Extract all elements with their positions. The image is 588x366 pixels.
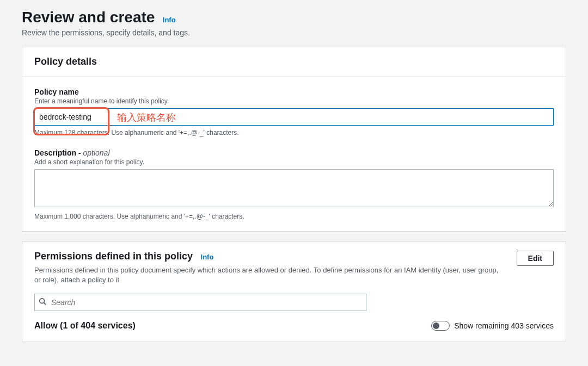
description-textarea[interactable] <box>34 169 554 207</box>
policy-name-constraint: Maximum 128 characters. Use alphanumeric… <box>34 129 554 137</box>
permissions-panel: Permissions defined in this policy Info … <box>22 241 566 342</box>
permissions-header: Permissions defined in this policy Info … <box>22 242 566 290</box>
description-field: Description - optional Add a short expla… <box>34 148 554 220</box>
page-header: Review and create Info Review the permis… <box>22 9 566 37</box>
policy-details-panel: Policy details Policy name Enter a meani… <box>22 47 566 232</box>
policy-name-field: Policy name Enter a meaningful name to i… <box>34 88 554 137</box>
edit-button[interactable]: Edit <box>517 251 554 266</box>
svg-line-1 <box>44 303 46 305</box>
description-label: Description - optional <box>34 148 554 157</box>
show-remaining-label: Show remaining 403 services <box>454 321 554 330</box>
policy-details-header: Policy details <box>22 47 566 77</box>
allow-row: Allow (1 of 404 services) Show remaining… <box>34 321 554 331</box>
description-constraint: Maximum 1,000 characters. Use alphanumer… <box>34 213 554 220</box>
search-input[interactable] <box>34 294 366 311</box>
description-hint: Add a short explanation for this policy. <box>34 158 554 166</box>
toggle-knob <box>433 322 439 329</box>
show-remaining-toggle-wrapper: Show remaining 403 services <box>431 321 554 331</box>
info-link[interactable]: Info <box>163 16 176 24</box>
svg-point-0 <box>40 299 45 303</box>
search-icon <box>39 297 46 307</box>
policy-name-hint: Enter a meaningful name to identify this… <box>34 97 554 105</box>
permissions-description: Permissions defined in this policy docum… <box>34 265 503 285</box>
policy-name-input[interactable] <box>34 108 554 126</box>
allow-title: Allow (1 of 404 services) <box>34 321 136 331</box>
page-title: Review and create <box>22 9 155 26</box>
permissions-info-link[interactable]: Info <box>201 253 214 261</box>
policy-name-label: Policy name <box>34 88 554 96</box>
permissions-title: Permissions defined in this policy <box>34 251 193 262</box>
policy-details-title: Policy details <box>34 56 554 67</box>
search-wrapper <box>34 294 366 311</box>
show-remaining-toggle[interactable] <box>431 321 450 331</box>
page-subtitle: Review the permissions, specify details,… <box>22 28 566 37</box>
